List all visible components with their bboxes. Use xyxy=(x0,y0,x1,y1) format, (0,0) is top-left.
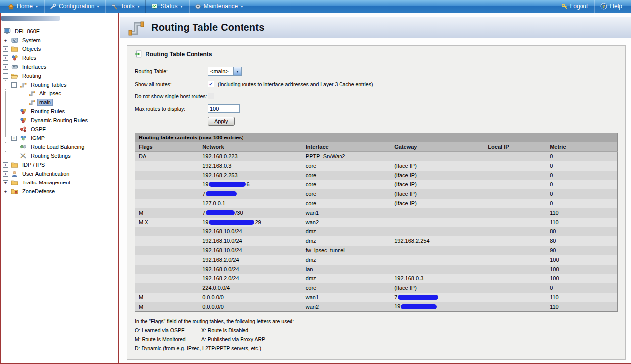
redacted-value xyxy=(209,220,254,225)
table-row: 192.168.10.0/24fw_ipsec_tunnel90 xyxy=(135,246,618,255)
sidebar-item-interfaces[interactable]: +Interfaces xyxy=(3,62,118,71)
tree-guide xyxy=(5,134,14,142)
sidebar-item-routing-tables[interactable]: −Routing Tables xyxy=(3,80,118,89)
sidebar-item-label: Traffic Management xyxy=(21,180,72,185)
col-header-local-ip: Local IP xyxy=(485,142,546,152)
cell-metric: 80 xyxy=(546,236,617,246)
table-row: M0.0.0.0/0wan17110 xyxy=(135,293,618,302)
routing-table-select[interactable]: <main> ▼ xyxy=(208,67,242,76)
cell-metric: 0 xyxy=(546,171,617,180)
cell-gateway: (Iface IP) xyxy=(391,161,485,171)
expand-icon[interactable]: + xyxy=(3,38,8,43)
sidebar-item-alt-ipsec[interactable]: Alt_ipsec xyxy=(3,89,118,98)
apply-button[interactable]: Apply xyxy=(208,117,235,126)
nav-left: Home▾Configuration▾Tools▾Status▾Maintena… xyxy=(0,0,248,13)
igmp-icon xyxy=(19,135,27,141)
sidebar-item-routing-settings[interactable]: Routing Settings xyxy=(3,151,118,160)
sidebar-item-igmp[interactable]: +IGMP xyxy=(3,134,118,142)
cell-interface: wan1 xyxy=(302,208,391,218)
sidebar-item-dfl-860e[interactable]: DFL-860E xyxy=(3,27,118,36)
sidebar-item-routing-rules[interactable]: Routing Rules xyxy=(3,107,118,116)
tree-guide xyxy=(14,89,22,98)
nav-item-maintenance[interactable]: Maintenance▾ xyxy=(189,0,249,13)
status-icon xyxy=(151,3,158,10)
col-header-gateway: Gateway xyxy=(391,142,485,152)
sidebar-item-zonedefense[interactable]: +ZoneDefense xyxy=(3,187,118,196)
redacted-value xyxy=(209,182,246,187)
sidebar-item-main[interactable]: main xyxy=(3,98,118,107)
routing-table-icon xyxy=(19,82,27,88)
interfaces-icon xyxy=(10,64,19,70)
expand-icon[interactable]: + xyxy=(3,55,8,61)
expand-icon[interactable]: + xyxy=(3,46,8,52)
tree-guide xyxy=(14,98,22,107)
cell-local-ip xyxy=(485,208,546,218)
sidebar-item-traffic-management[interactable]: +Traffic Management xyxy=(3,178,118,187)
max-routes-input[interactable] xyxy=(208,104,240,113)
expand-icon[interactable]: + xyxy=(3,162,8,168)
sidebar-item-objects[interactable]: +Objects xyxy=(3,45,118,53)
cell-network: 7 xyxy=(199,189,302,199)
nav-item-label: Status xyxy=(160,3,177,10)
cell-interface: dmz xyxy=(302,274,391,283)
col-header-flags: Flags xyxy=(135,142,199,152)
sidebar-grip[interactable] xyxy=(1,16,60,21)
collapse-icon[interactable]: − xyxy=(3,73,8,79)
legend-rows: O: Learned via OSPFX: Route is DisabledM… xyxy=(135,327,618,351)
redacted-value xyxy=(206,191,237,196)
sidebar-item-user-authentication[interactable]: +User Authentication xyxy=(3,169,118,178)
cell-flags: DA xyxy=(135,152,199,161)
cell-local-ip xyxy=(485,293,546,302)
nav-item-help[interactable]: ?Help xyxy=(594,0,628,13)
sidebar-item-rules[interactable]: +Rules xyxy=(3,53,118,62)
cell-flags xyxy=(135,199,199,208)
chevron-down-icon: ▾ xyxy=(137,4,139,9)
cell-interface: core xyxy=(302,171,391,180)
nav-item-status[interactable]: Status▾ xyxy=(145,0,188,13)
table-row: M0.0.0.0/0wan219110 xyxy=(135,302,618,312)
cell-gateway xyxy=(391,227,485,236)
sidebar-item-label: Routing xyxy=(21,73,43,79)
nav-item-label: Help xyxy=(610,3,622,10)
nav-tree: DFL-860E+System+Objects+Rules+Interfaces… xyxy=(0,27,118,196)
routing-table-icon xyxy=(27,99,36,105)
routing-table-label: Routing Table: xyxy=(135,68,208,74)
flags-legend: In the "Flags" field of the routing tabl… xyxy=(135,318,618,351)
sidebar: DFL-860E+System+Objects+Rules+Interfaces… xyxy=(0,13,119,364)
cell-interface: wan2 xyxy=(302,302,391,312)
nav-item-logout[interactable]: Logout xyxy=(555,0,594,13)
sidebar-item-route-load-balancing[interactable]: Route Load Balancing xyxy=(3,142,118,151)
sidebar-item-label: DFL-860E xyxy=(13,28,41,34)
cell-network: 192.168.10.0/24 xyxy=(199,246,302,255)
table-row: 192.168.0.3core(Iface IP)0 xyxy=(135,161,618,171)
sidebar-item-idp-ips[interactable]: +IDP / IPS xyxy=(3,160,118,169)
select-dropdown-icon[interactable]: ▼ xyxy=(233,67,241,75)
tree-guide xyxy=(5,116,14,125)
expand-icon[interactable]: + xyxy=(3,64,8,70)
sidebar-item-system[interactable]: +System xyxy=(3,36,118,45)
cell-network: 192.168.0.223 xyxy=(199,152,302,161)
cell-local-ip xyxy=(485,199,546,208)
expand-icon[interactable]: + xyxy=(3,189,8,194)
expand-icon[interactable]: + xyxy=(3,171,8,177)
nav-item-tools[interactable]: Tools▾ xyxy=(105,0,145,13)
cell-network: 0.0.0.0/0 xyxy=(199,302,302,312)
col-header-metric: Metric xyxy=(546,142,617,152)
table-header-row: FlagsNetworkInterfaceGatewayLocal IPMetr… xyxy=(135,142,618,152)
nav-item-configuration[interactable]: Configuration▾ xyxy=(44,0,105,13)
sidebar-item-routing[interactable]: −Routing xyxy=(3,71,118,80)
folder-icon xyxy=(10,162,19,168)
rules-icon xyxy=(10,55,19,61)
top-nav: Home▾Configuration▾Tools▾Status▾Maintena… xyxy=(0,0,631,13)
cell-metric: 90 xyxy=(546,246,617,255)
legend-item: O: Learned via OSPF xyxy=(135,327,201,333)
nav-item-home[interactable]: Home▾ xyxy=(2,0,44,13)
legend-row: D: Dynamic (from e.g. IPsec, L2TP/PPTP s… xyxy=(135,345,618,351)
show-all-routes-checkbox[interactable]: ✔ xyxy=(208,81,214,87)
cell-gateway xyxy=(391,208,485,218)
sidebar-item-ospf[interactable]: OSPF xyxy=(3,125,118,134)
expand-icon[interactable]: + xyxy=(3,180,8,185)
single-host-routes-checkbox[interactable] xyxy=(208,93,214,99)
sidebar-item-dynamic-routing-rules[interactable]: Dynamic Routing Rules xyxy=(3,116,118,125)
tree-guide xyxy=(5,142,14,151)
